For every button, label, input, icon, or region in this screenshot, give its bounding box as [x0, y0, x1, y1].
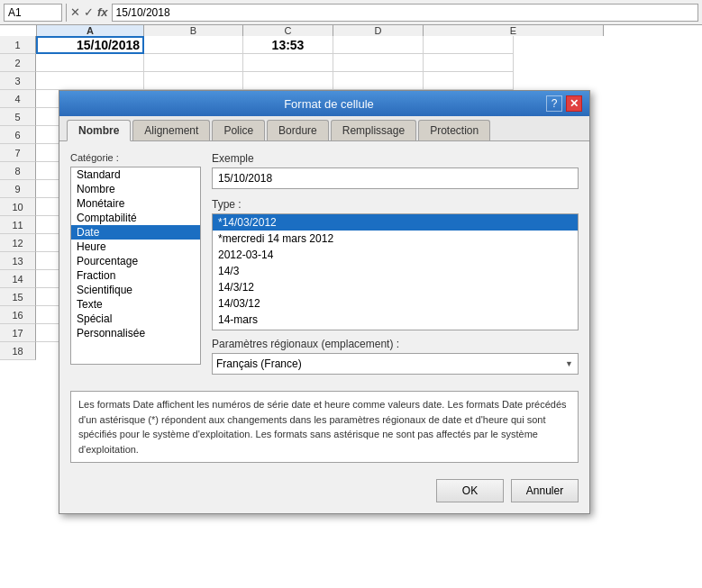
cell-reference-box[interactable]: A1: [4, 4, 62, 22]
dialog-tabs: Nombre Alignement Police Bordure Remplis…: [59, 116, 589, 141]
list-item[interactable]: Spécial: [71, 312, 200, 326]
formula-bar-divider: [66, 4, 67, 22]
cancel-button[interactable]: Annuler: [511, 479, 579, 502]
column-headers: A B C D E: [36, 25, 702, 36]
format-cell-dialog: Format de cellule ? ✕ Nombre Alignement …: [59, 90, 590, 514]
type-item[interactable]: *mercredi 14 mars 2012: [213, 231, 578, 247]
row-header-2[interactable]: 2: [0, 54, 36, 72]
right-panel: Exemple 15/10/2018 Type : *14/03/2012 *m…: [212, 152, 579, 382]
type-item[interactable]: 2012-03-14: [213, 247, 578, 263]
row-header-8[interactable]: 8: [0, 162, 36, 180]
region-select-wrapper: Français (France): [212, 353, 579, 375]
description-box: Les formats Date affichent les numéros d…: [70, 391, 579, 463]
col-header-d[interactable]: D: [333, 25, 424, 36]
list-item[interactable]: Nombre: [71, 182, 200, 196]
list-item[interactable]: Comptabilité: [71, 211, 200, 225]
tab-bordure[interactable]: Bordure: [267, 120, 329, 140]
cell-c1[interactable]: 13:53: [243, 36, 333, 54]
row-header-18[interactable]: 18: [0, 342, 36, 360]
col-header-b[interactable]: B: [144, 25, 243, 36]
example-box: 15/10/2018: [212, 167, 579, 189]
list-item[interactable]: Texte: [71, 297, 200, 312]
tab-nombre[interactable]: Nombre: [67, 120, 131, 141]
tab-alignement[interactable]: Alignement: [132, 120, 210, 140]
type-item-selected[interactable]: *14/03/2012: [213, 214, 578, 231]
example-section: Exemple 15/10/2018: [212, 152, 579, 189]
type-label: Type :: [212, 198, 579, 211]
dialog-footer: OK Annuler: [70, 472, 579, 502]
cell-ref-value: A1: [8, 6, 22, 19]
row-header-9[interactable]: 9: [0, 180, 36, 198]
ok-button[interactable]: OK: [436, 479, 504, 502]
description-text: Les formats Date affichent les numéros d…: [78, 399, 567, 455]
dialog-titlebar: Format de cellule ? ✕: [59, 91, 589, 116]
col-header-e[interactable]: E: [424, 25, 604, 36]
tab-remplissage[interactable]: Remplissage: [331, 120, 416, 140]
type-item[interactable]: 14-mars: [213, 312, 578, 328]
type-item[interactable]: 14/3: [213, 263, 578, 279]
col-header-a[interactable]: A: [36, 25, 144, 36]
row-header-16[interactable]: 16: [0, 306, 36, 324]
list-item-date[interactable]: Date: [71, 225, 200, 240]
help-button[interactable]: ?: [546, 95, 562, 112]
category-list[interactable]: Standard Nombre Monétaire Comptabilité D…: [70, 167, 201, 365]
list-item[interactable]: Monétaire: [71, 196, 200, 211]
row-header-15[interactable]: 15: [0, 288, 36, 306]
type-item[interactable]: 14/3/12: [213, 279, 578, 295]
cell-a2[interactable]: [36, 54, 144, 72]
list-item[interactable]: Personnalisée: [71, 326, 200, 340]
formula-input[interactable]: [112, 4, 698, 22]
formula-icons: ✕ ✓ fx: [70, 5, 108, 19]
category-section: Catégorie : Standard Nombre Monétaire Co…: [70, 152, 201, 382]
example-label: Exemple: [212, 152, 579, 165]
table-row: [36, 54, 702, 72]
example-value: 15/10/2018: [218, 172, 272, 185]
list-item[interactable]: Heure: [71, 240, 200, 254]
cell-e1[interactable]: [424, 36, 514, 54]
cell-a1[interactable]: 15/10/2018: [36, 36, 144, 54]
row-header-10[interactable]: 10: [0, 198, 36, 216]
titlebar-buttons: ? ✕: [546, 95, 582, 112]
row-header-3[interactable]: 3: [0, 72, 36, 90]
dialog-body: Catégorie : Standard Nombre Monétaire Co…: [59, 141, 589, 513]
cancel-formula-icon[interactable]: ✕: [70, 5, 80, 19]
table-row: [36, 72, 702, 90]
list-item[interactable]: Standard: [71, 167, 200, 182]
row-header-11[interactable]: 11: [0, 216, 36, 234]
close-button[interactable]: ✕: [566, 95, 582, 112]
table-row: 15/10/2018 13:53: [36, 36, 702, 54]
category-label: Catégorie :: [70, 152, 201, 163]
row-header-7[interactable]: 7: [0, 144, 36, 162]
region-select[interactable]: Français (France): [212, 353, 579, 375]
row-header-14[interactable]: 14: [0, 270, 36, 288]
row-header-13[interactable]: 13: [0, 252, 36, 270]
formula-bar: A1 ✕ ✓ fx: [0, 0, 702, 25]
dialog-main-content: Catégorie : Standard Nombre Monétaire Co…: [70, 152, 579, 382]
tab-police[interactable]: Police: [212, 120, 265, 140]
confirm-formula-icon[interactable]: ✓: [84, 5, 94, 19]
list-item[interactable]: Pourcentage: [71, 254, 200, 268]
dialog-title: Format de cellule: [112, 97, 546, 111]
tab-protection[interactable]: Protection: [418, 120, 490, 140]
fx-icon: fx: [97, 5, 108, 19]
row-headers: 1 2 3 4 5 6 7 8 9 10 11 12 13 14 15 16 1…: [0, 36, 36, 360]
type-section: Type : *14/03/2012 *mercredi 14 mars 201…: [212, 198, 579, 330]
list-item[interactable]: Fraction: [71, 268, 200, 283]
cell-d1[interactable]: [333, 36, 424, 54]
row-header-4[interactable]: 4: [0, 90, 36, 108]
cell-b1[interactable]: [144, 36, 243, 54]
row-header-1[interactable]: 1: [0, 36, 36, 54]
row-header-6[interactable]: 6: [0, 126, 36, 144]
type-item[interactable]: 14/03/12: [213, 295, 578, 312]
row-header-12[interactable]: 12: [0, 234, 36, 252]
row-header-5[interactable]: 5: [0, 108, 36, 126]
region-section: Paramètres régionaux (emplacement) : Fra…: [212, 338, 579, 375]
region-label: Paramètres régionaux (emplacement) :: [212, 338, 579, 350]
list-item[interactable]: Scientifique: [71, 283, 200, 297]
row-header-17[interactable]: 17: [0, 324, 36, 342]
type-list[interactable]: *14/03/2012 *mercredi 14 mars 2012 2012-…: [212, 213, 579, 330]
col-header-c[interactable]: C: [243, 25, 333, 36]
